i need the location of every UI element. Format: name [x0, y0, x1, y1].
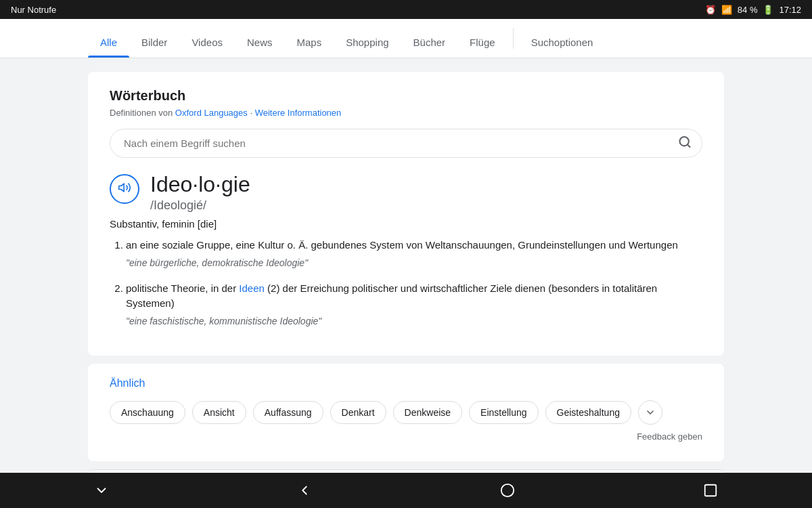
nav-down-button[interactable] [67, 476, 136, 505]
alarm-icon: ⏰ [705, 5, 716, 15]
oxford-link[interactable]: Oxford Languages [175, 108, 248, 118]
dictionary-search-input[interactable] [110, 129, 702, 158]
battery-text: 84 % [738, 5, 758, 15]
definition-example-1: "eine bürgerliche, demokratische Ideolog… [126, 256, 702, 270]
dictionary-card: Wörterbuch Definitionen von Oxford Langu… [88, 72, 724, 356]
square-nav-icon [703, 483, 718, 498]
more-info-link[interactable]: Weitere Informationen [255, 108, 342, 118]
word-text-block: Ideo·lo·gie /Ideologié/ [150, 171, 250, 213]
similar-card: Ähnlich Anschauung Ansicht Auffassung De… [88, 364, 724, 461]
tab-alle[interactable]: Alle [88, 27, 129, 58]
dictionary-search-button[interactable] [678, 135, 692, 152]
svg-point-3 [501, 484, 514, 496]
definition-item-1: an eine soziale Gruppe, eine Kultur o. Ä… [126, 238, 702, 270]
card-subtitle: Definitionen von Oxford Languages · Weit… [110, 108, 702, 118]
tab-buecher[interactable]: Bücher [401, 27, 458, 58]
chevron-down-icon [645, 407, 656, 418]
chevron-down-nav-icon [94, 483, 109, 498]
definition-text-1: an eine soziale Gruppe, eine Kultur o. Ä… [126, 239, 678, 251]
definition-example-2: "eine faschistische, kommunistische Ideo… [126, 314, 702, 329]
bottom-nav [0, 473, 812, 508]
chip-denkweise[interactable]: Denkweise [393, 401, 462, 424]
chip-expand-button[interactable] [638, 400, 662, 425]
wifi-icon: 📶 [721, 5, 732, 15]
search-icon [678, 135, 692, 148]
time-display: 17:12 [779, 5, 801, 15]
tab-divider [513, 28, 514, 49]
status-bar: Nur Notrufe ⏰ 📶 84 % 🔋 17:12 [0, 0, 812, 19]
audio-button[interactable] [110, 174, 139, 204]
svg-line-1 [687, 144, 690, 147]
grammar-bracket: [die] [198, 218, 217, 230]
feedback-row: Feedback geben [110, 425, 702, 445]
word-entry: Ideo·lo·gie /Ideologié/ [110, 171, 702, 213]
tab-suchoptionen[interactable]: Suchoptionen [519, 27, 606, 58]
dictionary-search-wrapper [110, 129, 702, 158]
tab-bilder[interactable]: Bilder [129, 27, 179, 58]
home-circle-icon [500, 483, 515, 498]
definition-link-ideen[interactable]: Ideen [239, 282, 265, 294]
chip-denkart[interactable]: Denkart [330, 401, 386, 424]
tab-news[interactable]: News [235, 27, 285, 58]
word-phonetic: /Ideologié/ [150, 198, 250, 213]
subtitle-prefix: Definitionen von [110, 108, 175, 118]
nav-home-button[interactable] [473, 476, 542, 505]
tab-maps[interactable]: Maps [284, 27, 334, 58]
chip-ansicht[interactable]: Ansicht [192, 401, 246, 424]
card-title: Wörterbuch [110, 88, 702, 104]
back-arrow-icon [297, 483, 312, 498]
chip-einstellung[interactable]: Einstellung [469, 401, 539, 424]
tab-videos[interactable]: Videos [179, 27, 235, 58]
chips-row: Anschauung Ansicht Auffassung Denkart De… [110, 400, 702, 425]
grammar-italic: Substantiv, feminin [110, 218, 195, 230]
chip-anschauung[interactable]: Anschauung [110, 401, 185, 424]
svg-rect-4 [705, 485, 717, 496]
main-content: Wörterbuch Definitionen von Oxford Langu… [0, 58, 812, 473]
definition-item-2: politische Theorie, in der Ideen (2) der… [126, 281, 702, 329]
tab-bar: Alle Bilder Videos News Maps Shopping Bü… [0, 19, 812, 58]
tab-fluege[interactable]: Flüge [457, 27, 508, 58]
definition-text-before-2: politische Theorie, in der [126, 282, 239, 294]
feedback-link[interactable]: Feedback geben [637, 431, 702, 442]
status-bar-left: Nur Notrufe [11, 5, 56, 15]
word-headword: Ideo·lo·gie [150, 171, 250, 197]
battery-icon: 🔋 [763, 5, 773, 15]
svg-marker-2 [119, 184, 125, 192]
definitions-list: an eine soziale Gruppe, eine Kultur o. Ä… [110, 238, 702, 329]
word-grammar: Substantiv, feminin [die] [110, 218, 702, 230]
similar-title: Ähnlich [110, 377, 702, 389]
nav-recents-button[interactable] [676, 476, 745, 505]
status-bar-right: ⏰ 📶 84 % 🔋 17:12 [705, 5, 801, 15]
chip-geisteshaltung[interactable]: Geisteshaltung [545, 401, 631, 424]
speaker-icon [118, 181, 131, 198]
nav-back-button[interactable] [270, 476, 339, 505]
tab-shopping[interactable]: Shopping [334, 27, 401, 58]
chip-auffassung[interactable]: Auffassung [253, 401, 323, 424]
